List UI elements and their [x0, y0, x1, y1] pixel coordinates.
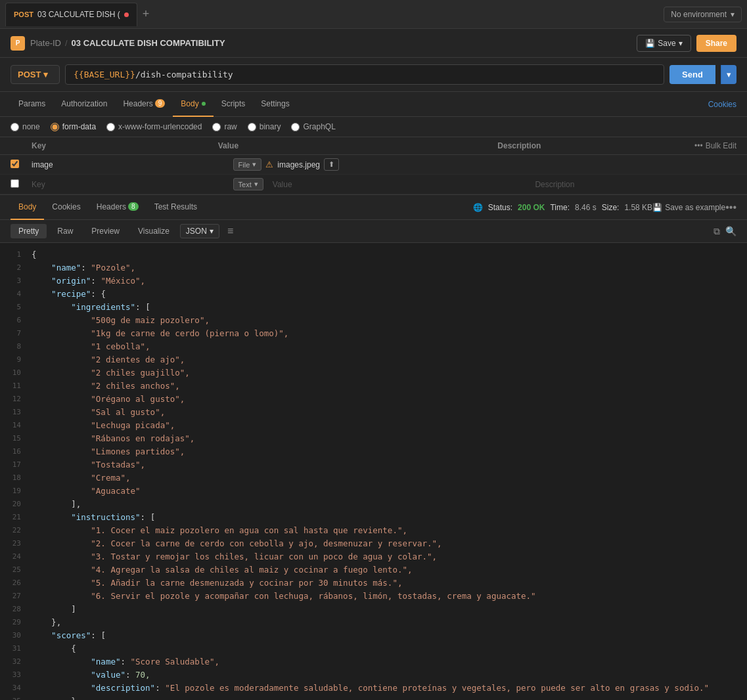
- add-tab-button[interactable]: +: [137, 7, 155, 21]
- response-tab-cookies[interactable]: Cookies: [44, 195, 88, 220]
- line-content: "500g de maiz pozolero",: [32, 314, 747, 327]
- format-tab-pretty[interactable]: Pretty: [11, 224, 47, 238]
- new-row-checkbox[interactable]: [11, 179, 32, 190]
- row-value-cell: File ▾ ⚠ images.jpeg ⬆: [233, 158, 535, 171]
- line-content: "description": "El pozole es moderadamen…: [32, 682, 747, 695]
- code-line: 4 "recipe": {: [0, 288, 747, 301]
- more-options-button[interactable]: •••: [725, 202, 736, 213]
- tab-scripts[interactable]: Scripts: [214, 92, 254, 117]
- response-tab-headers[interactable]: Headers 8: [89, 195, 147, 220]
- row-key-cell[interactable]: image: [32, 160, 233, 169]
- send-dropdown-button[interactable]: ▾: [721, 65, 736, 84]
- line-number: 8: [0, 340, 32, 353]
- format-tab-raw[interactable]: Raw: [49, 224, 81, 238]
- json-response-viewer: 1{2 "name": "Pozole",3 "origin": "México…: [0, 243, 747, 700]
- code-line: 24 "3. Tostar y remojar los chiles, licu…: [0, 550, 747, 563]
- body-type-binary[interactable]: binary: [248, 122, 281, 131]
- line-number: 33: [0, 668, 32, 682]
- code-line: 6 "500g de maiz pozolero",: [0, 314, 747, 327]
- time-value: 8.46 s: [575, 203, 597, 212]
- body-type-none[interactable]: none: [11, 122, 40, 131]
- line-content: "2. Cocer la carne de cerdo con cebolla …: [32, 537, 747, 550]
- file-type-chevron: ▾: [252, 160, 256, 169]
- new-row-key-input[interactable]: Key: [32, 180, 233, 189]
- line-content: "4. Agregar la salsa de chiles al maiz y…: [32, 563, 747, 577]
- code-line: 16 "Limones partidos",: [0, 445, 747, 458]
- line-content: "name": "Score Saludable",: [32, 655, 747, 668]
- response-tab-body[interactable]: Body: [11, 195, 44, 220]
- line-content: "Lechuga picada",: [32, 419, 747, 432]
- bulk-edit-button[interactable]: ••• Bulk Edit: [684, 141, 736, 150]
- format-sort-icon[interactable]: ≡: [227, 225, 233, 237]
- method-selector[interactable]: POST ▾: [11, 65, 60, 84]
- size-label: Size:: [602, 203, 620, 212]
- tab-settings[interactable]: Settings: [253, 92, 297, 117]
- code-line: 29 },: [0, 616, 747, 629]
- save-button[interactable]: 💾 Save ▾: [637, 35, 690, 52]
- filename-label: images.jpeg: [277, 160, 320, 169]
- share-button[interactable]: Share: [696, 35, 736, 52]
- warning-icon: ⚠: [265, 160, 273, 169]
- new-row-value-placeholder[interactable]: Value: [273, 180, 292, 189]
- line-content: "name": "Pozole",: [32, 261, 747, 274]
- file-type-selector[interactable]: File ▾: [233, 158, 262, 171]
- send-button[interactable]: Send: [669, 65, 715, 84]
- body-type-form-data[interactable]: form-data: [51, 122, 96, 131]
- body-type-graphql[interactable]: GraphQL: [291, 122, 335, 131]
- upload-button[interactable]: ⬆: [324, 158, 339, 171]
- row-checkbox[interactable]: [11, 160, 32, 170]
- globe-icon: 🌐: [473, 203, 483, 212]
- line-content: "origin": "México",: [32, 274, 747, 288]
- line-number: 2: [0, 261, 32, 274]
- environment-selector[interactable]: No environment ▾: [664, 7, 742, 22]
- save-dropdown-arrow[interactable]: ▾: [679, 39, 683, 48]
- body-type-raw[interactable]: raw: [212, 122, 237, 131]
- line-number: 19: [0, 485, 32, 498]
- header-key-col: Key: [32, 141, 218, 150]
- format-type-selector[interactable]: JSON ▾: [180, 224, 219, 238]
- workspace-name[interactable]: Plate-ID: [30, 38, 61, 48]
- line-number: 9: [0, 353, 32, 366]
- line-number: 28: [0, 603, 32, 616]
- format-tab-visualize[interactable]: Visualize: [130, 224, 177, 238]
- tab-authorization[interactable]: Authorization: [53, 92, 115, 117]
- code-line: 10 "2 chiles guajillo",: [0, 366, 747, 380]
- code-line: 3 "origin": "México",: [0, 274, 747, 288]
- status-value: 200 OK: [518, 203, 545, 212]
- body-type-urlencoded[interactable]: x-www-form-urlencoded: [106, 122, 202, 131]
- response-status-bar: 🌐 Status: 200 OK Time: 8.46 s Size: 1.58…: [473, 203, 652, 212]
- format-chevron-icon: ▾: [210, 227, 214, 236]
- line-number: 25: [0, 563, 32, 577]
- line-content: ]: [32, 603, 747, 616]
- save-as-example-button[interactable]: 💾 Save as example: [652, 203, 725, 212]
- body-active-dot: [202, 102, 206, 106]
- unsaved-indicator: [124, 12, 129, 17]
- line-content: "Limones partidos",: [32, 445, 747, 458]
- page-title: 03 CALCULATE DISH COMPATIBILITY: [72, 38, 225, 48]
- request-bar: POST ▾ {{BASE_URL}}/dish-compatibility S…: [0, 58, 747, 92]
- line-number: 27: [0, 590, 32, 603]
- line-content: "3. Tostar y remojar los chiles, licuar …: [32, 550, 747, 563]
- response-tab-test-results[interactable]: Test Results: [147, 195, 205, 220]
- active-tab[interactable]: POST 03 CALCULATE DISH (: [5, 3, 137, 26]
- url-input-container[interactable]: {{BASE_URL}}/dish-compatibility: [65, 64, 664, 85]
- response-section: Body Cookies Headers 8 Test Results 🌐 St…: [0, 195, 747, 700]
- tab-params[interactable]: Params: [11, 92, 53, 117]
- line-number: 31: [0, 642, 32, 655]
- new-row-type-selector[interactable]: Text ▾: [233, 178, 263, 190]
- line-number: 14: [0, 419, 32, 432]
- tab-body[interactable]: Body: [173, 92, 213, 117]
- format-tab-preview[interactable]: Preview: [83, 224, 127, 238]
- new-row-description[interactable]: Description: [535, 180, 736, 189]
- search-button[interactable]: 🔍: [725, 226, 736, 237]
- line-number: 7: [0, 327, 32, 340]
- tab-headers[interactable]: Headers 9: [115, 92, 173, 117]
- env-label: No environment: [671, 10, 727, 19]
- line-content: "ingredients": [: [32, 301, 747, 314]
- cookies-link[interactable]: Cookies: [708, 100, 736, 109]
- header-value-col: Value: [218, 141, 498, 150]
- copy-button[interactable]: ⧉: [713, 226, 720, 237]
- line-content: "Sal al gusto",: [32, 406, 747, 419]
- file-value-display: ⚠ images.jpeg: [265, 160, 320, 169]
- line-number: 34: [0, 682, 32, 695]
